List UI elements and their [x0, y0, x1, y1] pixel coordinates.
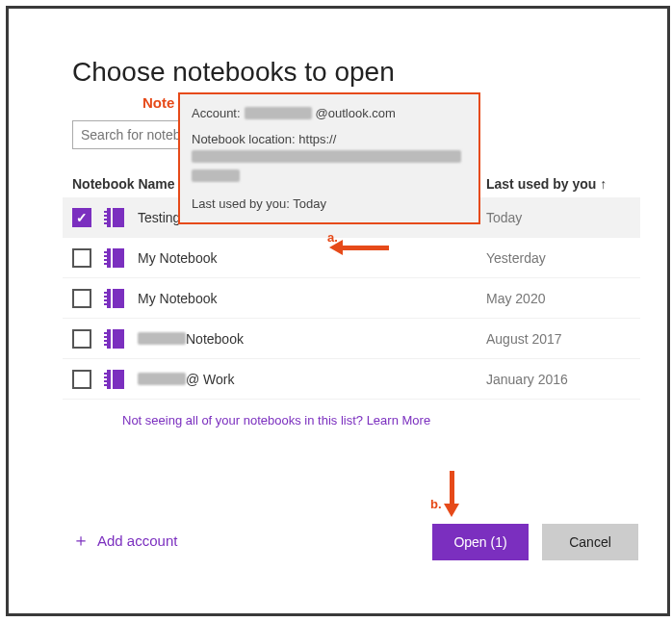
- annotation-arrow-a: a.: [329, 240, 389, 255]
- notebook-icon: [107, 370, 124, 389]
- tooltip-account-domain: @outlook.com: [316, 106, 396, 120]
- tooltip-account-label: Account:: [192, 106, 241, 120]
- cancel-button[interactable]: Cancel: [542, 524, 638, 560]
- annotation-note-word: Note: [142, 94, 174, 111]
- notebook-name: @ Work: [138, 372, 486, 387]
- notebook-list: Testing from Personal AccountTodayMy Not…: [72, 197, 640, 400]
- checkbox[interactable]: [72, 208, 91, 227]
- last-used-date: Yesterday: [486, 250, 640, 266]
- tooltip-location-label: Notebook location: https://: [192, 132, 336, 146]
- add-account-button[interactable]: ＋ Add account: [72, 529, 177, 552]
- redacted-text: [138, 373, 186, 385]
- last-used-date: May 2020: [486, 291, 640, 306]
- learn-more-link[interactable]: Not seeing all of your notebooks in this…: [122, 413, 640, 428]
- checkbox[interactable]: [72, 289, 91, 308]
- last-used-date: Today: [486, 210, 640, 225]
- dialog-window: Choose notebooks to open Note Account: @…: [6, 6, 670, 616]
- table-row[interactable]: NotebookAugust 2017: [63, 319, 640, 359]
- column-header-last-used[interactable]: Last used by you ↑: [486, 176, 640, 192]
- notebook-name: Notebook: [138, 331, 486, 347]
- annotation-arrow-b: b.: [444, 471, 459, 517]
- notebook-icon: [107, 329, 124, 349]
- notebook-icon: [107, 289, 124, 308]
- open-button[interactable]: Open (1): [432, 524, 529, 560]
- notebook-tooltip: Account: @outlook.com Notebook location:…: [178, 92, 480, 224]
- notebook-name: My Notebook: [138, 250, 486, 266]
- notebook-icon: [107, 248, 124, 268]
- redacted-text: [245, 107, 312, 119]
- last-used-date: August 2017: [486, 331, 640, 347]
- add-account-label: Add account: [97, 532, 177, 549]
- checkbox[interactable]: [72, 329, 91, 349]
- tooltip-last-used: Last used by you: Today: [192, 196, 467, 211]
- table-row[interactable]: My NotebookMay 2020: [63, 278, 640, 319]
- redacted-text: [192, 169, 240, 182]
- notebook-name: My Notebook: [138, 291, 486, 306]
- redacted-text: [192, 150, 461, 163]
- plus-icon: ＋: [72, 529, 90, 552]
- table-row[interactable]: @ WorkJanuary 2016: [63, 359, 640, 400]
- checkbox[interactable]: [72, 248, 91, 268]
- checkbox[interactable]: [72, 370, 91, 389]
- redacted-text: [138, 332, 186, 345]
- last-used-date: January 2016: [486, 372, 640, 387]
- page-title: Choose notebooks to open: [72, 57, 640, 88]
- notebook-icon: [107, 208, 124, 227]
